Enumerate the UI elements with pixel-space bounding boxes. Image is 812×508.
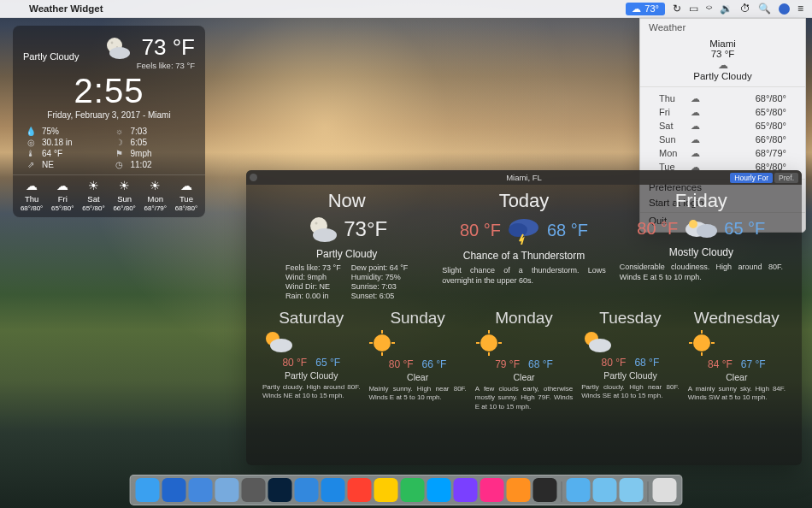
day-name: Tuesday	[581, 309, 679, 328]
menubar-weather-item[interactable]: ☁ 73°	[626, 3, 665, 15]
menubar: Weather Widget ☁ 73° ↻ ▭ ⌔ 🔉 ⏱ 🔍 ≡	[0, 0, 812, 18]
friday-condition: Mostly Cloudy	[618, 246, 785, 258]
dock-app-icon[interactable]	[295, 478, 319, 502]
day-high: 84 °F	[708, 358, 733, 370]
pressure-icon: ◎	[25, 138, 37, 147]
friday-high: 80 °F	[637, 219, 678, 239]
svg-point-5	[315, 222, 318, 225]
dock-app-icon[interactable]	[162, 478, 186, 502]
dock-app-icon[interactable]	[533, 478, 557, 502]
svg-point-26	[693, 334, 710, 351]
dock-separator	[648, 481, 649, 502]
wind-icon: ⚑	[114, 149, 126, 158]
day-condition: Clear	[368, 372, 466, 382]
widget-time2: 11:02	[131, 160, 152, 169]
svg-point-8	[509, 223, 527, 237]
widget-mini-day: ☁Thu68°/80°	[16, 179, 47, 212]
dropdown-city: Miami	[649, 38, 797, 49]
weather-icon	[262, 329, 360, 355]
widget-condition: Partly Cloudy	[23, 34, 103, 62]
dock-app-icon[interactable]	[653, 478, 677, 502]
forecast-titlebar[interactable]: Miami, FL Hourly For Pref.	[246, 170, 802, 185]
forecast-day-column: Monday79 °F 68 °FClearA few clouds early…	[471, 309, 577, 411]
tab-pref[interactable]: Pref.	[774, 173, 798, 183]
dock-app-icon[interactable]	[242, 478, 266, 502]
dock-app-icon[interactable]	[454, 478, 478, 502]
dock-app-icon[interactable]	[401, 478, 425, 502]
day-condition: Partly Cloudy	[581, 370, 679, 381]
app-menu-name[interactable]: Weather Widget	[24, 3, 109, 14]
day-low: 66 °F	[422, 358, 447, 370]
day-name: Monday	[475, 309, 573, 328]
dock-app-icon[interactable]	[215, 478, 239, 502]
today-title: Today	[440, 190, 607, 212]
day-low: 68 °F	[634, 357, 659, 369]
dock-app-icon[interactable]	[507, 478, 531, 502]
forecast-week-row: Saturday80 °F 65 °FPartly CloudyPartly c…	[246, 304, 802, 420]
now-title: Now	[263, 190, 430, 212]
widget-sunset: 6:05	[131, 138, 147, 147]
now-detail: Wind: 9mph	[285, 273, 341, 281]
day-low: 67 °F	[741, 358, 766, 370]
svg-point-19	[480, 334, 497, 351]
dock-app-icon[interactable]	[593, 478, 617, 502]
desktop-weather-widget[interactable]: Partly Cloudy 73 °F Feels like: 73 °F 2:…	[13, 26, 205, 217]
now-detail: Sunrise: 7:03	[351, 282, 409, 291]
clock-icon[interactable]: ⏱	[740, 3, 750, 15]
dock-app-icon[interactable]	[620, 478, 644, 502]
dock-app-icon[interactable]	[189, 478, 213, 502]
dock-app-icon[interactable]	[268, 478, 292, 502]
widget-date: Friday, February 3, 2017 - Miami	[13, 110, 205, 120]
weather-icon	[475, 329, 573, 357]
weather-icon	[368, 329, 466, 357]
forecast-day-column: Wednesday84 °F 67 °FClearA mainly sunny …	[684, 309, 790, 411]
spotlight-icon[interactable]: 🔍	[758, 3, 771, 15]
widget-temp: 73 °F	[137, 34, 195, 61]
dropdown-temp: 73 °F	[649, 49, 797, 59]
cloud-icon: ☁	[649, 59, 797, 71]
humidity-icon: 💧	[25, 127, 37, 136]
volume-icon[interactable]: 🔉	[720, 3, 733, 15]
today-desc: Slight chance of a thunderstorm. Lows ov…	[440, 265, 607, 286]
widget-mini-day: ☀Sat65°/80°	[78, 179, 109, 212]
clock-icon: ◷	[114, 160, 126, 169]
dock-separator	[562, 481, 562, 502]
notification-center-icon[interactable]: ≡	[797, 3, 803, 15]
friday-desc: Considerable cloudiness. High around 80F…	[618, 262, 785, 282]
tab-hourly[interactable]: Hourly For	[730, 173, 773, 183]
sunset-icon: ☽	[114, 138, 126, 147]
widget-mini-forecast: ☁Thu68°/80°☁Fri65°/80°☀Sat65°/80°☀Sun66°…	[13, 174, 205, 212]
dock[interactable]	[130, 475, 683, 505]
svg-point-14	[374, 334, 391, 351]
friday-column: Friday 80 °F 65 °F Mostly Cloudy Conside…	[613, 190, 790, 300]
wifi-icon[interactable]: ⌔	[706, 3, 712, 15]
dropdown-forecast-row: Sat☁65°/80°	[649, 119, 797, 133]
dock-app-icon[interactable]	[480, 478, 504, 502]
svg-point-1	[110, 42, 113, 44]
day-high: 80 °F	[389, 358, 414, 370]
dock-app-icon[interactable]	[427, 478, 451, 502]
thermometer-icon: 🌡	[25, 149, 37, 158]
day-condition: Clear	[688, 372, 786, 382]
now-temp: 73°F	[344, 217, 387, 241]
widget-mini-day: ☁Fri65°/80°	[47, 179, 78, 212]
user-icon[interactable]	[779, 3, 790, 15]
dock-app-icon[interactable]	[567, 478, 591, 502]
day-high: 80 °F	[282, 357, 307, 369]
display-icon[interactable]: ▭	[689, 3, 698, 15]
forecast-window[interactable]: Miami, FL Hourly For Pref. Now 73°F Part…	[246, 170, 802, 465]
dock-app-icon[interactable]	[136, 478, 160, 502]
now-column: Now 73°F Partly Cloudy Feels like: 73 °F…	[258, 190, 435, 300]
dock-app-icon[interactable]	[348, 478, 372, 502]
widget-feels-like: Feels like: 73 °F	[137, 61, 195, 70]
now-detail: Wind Dir: NE	[285, 282, 341, 291]
day-name: Saturday	[262, 309, 360, 328]
dock-app-icon[interactable]	[374, 478, 398, 502]
timemachine-icon[interactable]: ↻	[673, 3, 681, 15]
today-high: 80 °F	[460, 221, 501, 240]
dropdown-condition: Partly Cloudy	[649, 71, 797, 81]
forecast-day-column: Saturday80 °F 65 °FPartly CloudyPartly c…	[258, 309, 364, 411]
now-detail: Feels like: 73 °F	[285, 263, 341, 272]
widget-dewpoint: 64 °F	[42, 149, 62, 158]
dock-app-icon[interactable]	[321, 478, 345, 502]
